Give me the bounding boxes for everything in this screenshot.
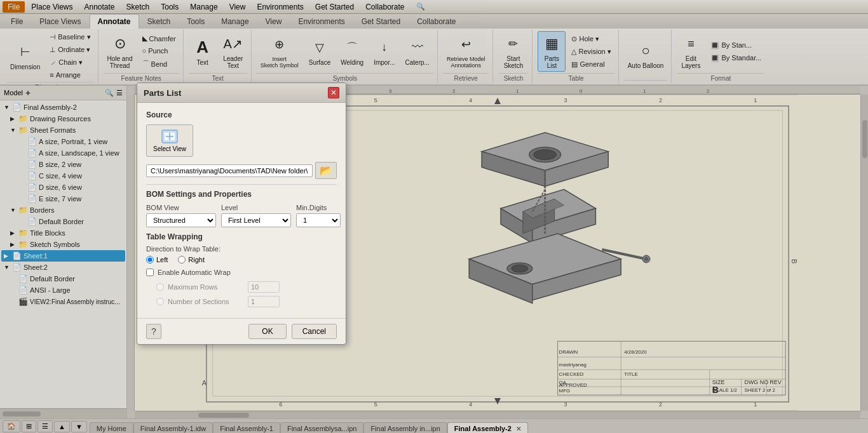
level-label: Level (221, 204, 291, 211)
help-button[interactable]: ? (146, 324, 161, 339)
enable-auto-wrap-label: Enable Automatic Wrap (158, 269, 231, 276)
divider1 (146, 184, 337, 185)
radio-row: Left Right (146, 256, 337, 263)
max-rows-label: Maximum Rows (168, 283, 244, 291)
num-sections-radio (156, 298, 164, 305)
ok-button[interactable]: OK (248, 324, 286, 339)
max-rows-input (248, 281, 280, 293)
wrap-direction-label: Direction to Wrap Table: (146, 245, 337, 253)
enable-auto-wrap-row: Enable Automatic Wrap (146, 269, 337, 276)
parts-list-dialog: Parts List ✕ Source Select View (137, 83, 346, 345)
browse-button[interactable]: 📂 (315, 162, 337, 179)
dialog-body: Source Select View 📂 BOM Setti (137, 103, 346, 318)
num-sections-label: Number of Sections (168, 298, 244, 305)
enable-auto-wrap-checkbox[interactable] (146, 269, 154, 276)
bom-settings-label: BOM Settings and Properties (146, 190, 337, 199)
dialog-title: Parts List (144, 88, 181, 98)
dialog-overlay: Parts List ✕ Source Select View (0, 0, 868, 433)
radio-right-label: Right (188, 256, 205, 263)
dialog-title-bar: Parts List ✕ (137, 83, 346, 103)
radio-left-input[interactable] (146, 256, 154, 263)
dialog-close-button[interactable]: ✕ (328, 87, 339, 98)
select-view-button[interactable]: Select View (146, 124, 193, 157)
radio-left[interactable]: Left (146, 256, 168, 263)
dialog-footer: ? OK Cancel (137, 318, 346, 344)
num-sections-option: Number of Sections (156, 296, 337, 307)
min-digits-label: Min.Digits (296, 204, 341, 211)
min-digits-field: Min.Digits 1 2 3 (296, 204, 341, 227)
auto-wrap-options: Maximum Rows Number of Sections (146, 281, 337, 307)
source-label: Source (146, 110, 337, 119)
file-path-input[interactable] (146, 164, 313, 177)
max-rows-option: Maximum Rows (156, 281, 337, 293)
select-view-label: Select View (153, 145, 186, 152)
level-field: Level First Level All Levels (221, 204, 291, 227)
footer-buttons: OK Cancel (248, 324, 337, 339)
radio-right-input[interactable] (178, 256, 186, 263)
source-row: Select View (146, 124, 337, 157)
bom-view-label: BOM View (146, 204, 216, 211)
num-sections-input (248, 296, 280, 307)
bom-view-select[interactable]: Structured Parts Only All Levels (146, 213, 216, 227)
file-path-row: 📂 (146, 162, 337, 179)
radio-right[interactable]: Right (178, 256, 205, 263)
level-select[interactable]: First Level All Levels (221, 213, 291, 227)
table-wrap-label: Table Wrapping (146, 232, 337, 241)
radio-left-label: Left (156, 256, 168, 263)
select-view-icon (161, 129, 179, 144)
bom-row: BOM View Structured Parts Only All Level… (146, 204, 337, 227)
max-rows-radio (156, 283, 164, 291)
bom-view-field: BOM View Structured Parts Only All Level… (146, 204, 216, 227)
cancel-button[interactable]: Cancel (292, 324, 337, 339)
min-digits-select[interactable]: 1 2 3 (296, 213, 341, 227)
